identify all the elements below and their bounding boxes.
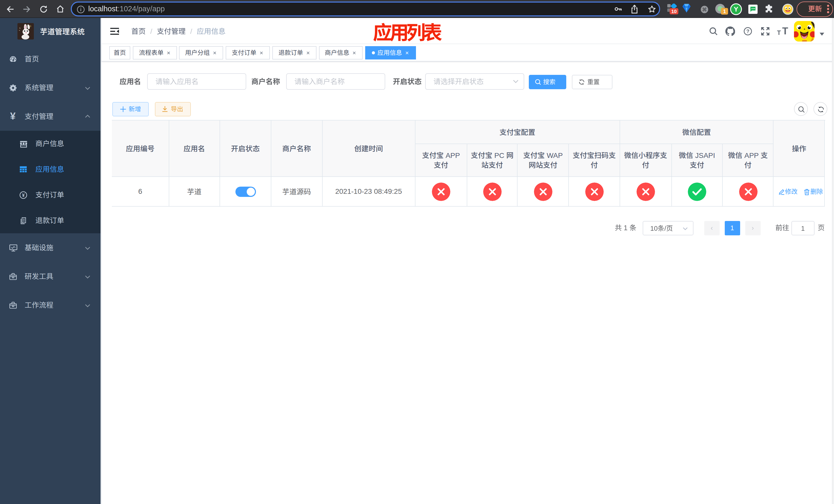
svg-text:¥: ¥ xyxy=(22,192,24,198)
svg-text:1: 1 xyxy=(723,8,726,14)
svg-text:Y: Y xyxy=(734,5,738,13)
svg-text:?: ? xyxy=(746,28,749,34)
svg-text:10: 10 xyxy=(671,9,677,14)
svg-text:⌘: ⌘ xyxy=(702,7,707,12)
